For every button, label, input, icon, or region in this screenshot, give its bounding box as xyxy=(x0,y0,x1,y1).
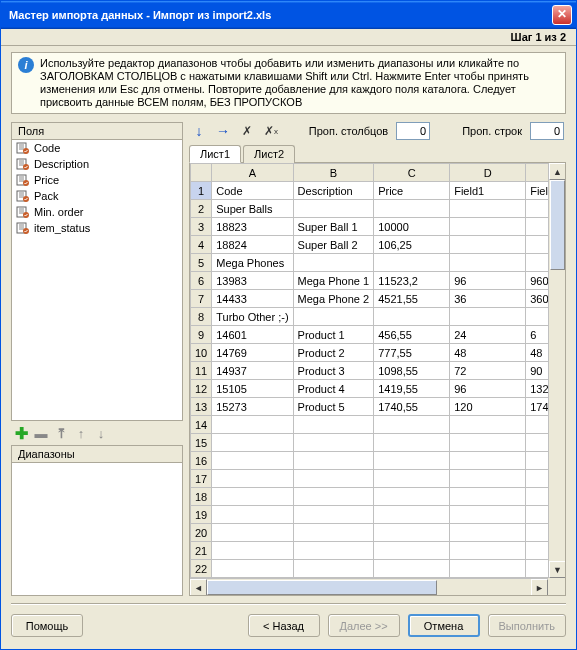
grid-cell[interactable] xyxy=(374,488,450,506)
grid-cell[interactable] xyxy=(212,434,293,452)
grid-cell[interactable] xyxy=(293,434,374,452)
row-header[interactable]: 3 xyxy=(191,218,212,236)
grid-cell[interactable]: 72 xyxy=(450,362,526,380)
grid-cell[interactable]: 777,55 xyxy=(374,344,450,362)
grid-cell[interactable]: 106,25 xyxy=(374,236,450,254)
cancel-button[interactable]: Отмена xyxy=(408,614,480,637)
grid-cell[interactable]: 48 xyxy=(526,344,548,362)
row-header[interactable]: 10 xyxy=(191,344,212,362)
sheet-tab[interactable]: Лист2 xyxy=(243,145,295,163)
grid-cell[interactable]: 456,55 xyxy=(374,326,450,344)
row-header[interactable]: 1 xyxy=(191,182,212,200)
grid-cell[interactable]: Product 1 xyxy=(293,326,374,344)
arrow-right-icon[interactable]: → xyxy=(215,123,231,139)
scroll-right-icon[interactable]: ► xyxy=(531,579,548,596)
row-header[interactable]: 15 xyxy=(191,434,212,452)
scroll-thumb[interactable] xyxy=(550,180,565,270)
grid-cell[interactable] xyxy=(293,200,374,218)
grid-cell[interactable]: 18823 xyxy=(212,218,293,236)
scroll-up-icon[interactable]: ▲ xyxy=(549,163,566,180)
grid-cell[interactable] xyxy=(212,470,293,488)
row-header[interactable]: 17 xyxy=(191,470,212,488)
grid-cell[interactable]: 360 xyxy=(526,290,548,308)
grid-cell[interactable]: 24 xyxy=(450,326,526,344)
column-header[interactable]: A xyxy=(212,164,293,182)
grid-cell[interactable]: Product 3 xyxy=(293,362,374,380)
grid-cell[interactable] xyxy=(374,254,450,272)
field-item[interactable]: Pack xyxy=(12,188,182,204)
sheet-tab[interactable]: Лист1 xyxy=(189,145,241,163)
clear-col-icon[interactable]: ✗ xyxy=(239,123,255,139)
grid-cell[interactable]: 15273 xyxy=(212,398,293,416)
grid-cell[interactable] xyxy=(450,200,526,218)
grid-cell[interactable]: 1740,55 xyxy=(374,398,450,416)
remove-icon[interactable]: ▬ xyxy=(33,425,49,441)
grid-cell[interactable] xyxy=(526,236,548,254)
ranges-list[interactable] xyxy=(12,463,182,612)
grid-cell[interactable] xyxy=(374,416,450,434)
row-header[interactable]: 21 xyxy=(191,542,212,560)
grid-cell[interactable]: 14433 xyxy=(212,290,293,308)
next-button[interactable]: Далее >> xyxy=(328,614,400,637)
grid-cell[interactable]: 1419,55 xyxy=(374,380,450,398)
data-grid[interactable]: ABCDE1CodeDescriptionPriceField1Field12S… xyxy=(190,163,548,578)
skip-rows-input[interactable] xyxy=(530,122,564,140)
grid-cell[interactable]: Product 5 xyxy=(293,398,374,416)
grid-cell[interactable] xyxy=(450,434,526,452)
skip-cols-input[interactable] xyxy=(396,122,430,140)
row-header[interactable]: 12 xyxy=(191,380,212,398)
grid-cell[interactable] xyxy=(293,452,374,470)
grid-cell[interactable] xyxy=(293,416,374,434)
back-button[interactable]: < Назад xyxy=(248,614,320,637)
grid-cell[interactable]: 6 xyxy=(526,326,548,344)
field-item[interactable]: Price xyxy=(12,172,182,188)
grid-cell[interactable] xyxy=(450,218,526,236)
grid-cell[interactable]: 11523,2 xyxy=(374,272,450,290)
grid-cell[interactable]: 132 xyxy=(526,380,548,398)
grid-cell[interactable] xyxy=(526,416,548,434)
grid-cell[interactable] xyxy=(374,524,450,542)
grid-cell[interactable] xyxy=(526,560,548,578)
grid-cell[interactable] xyxy=(293,488,374,506)
row-header[interactable]: 19 xyxy=(191,506,212,524)
grid-cell[interactable]: 174 xyxy=(526,398,548,416)
row-header[interactable]: 5 xyxy=(191,254,212,272)
grid-cell[interactable] xyxy=(526,308,548,326)
grid-cell[interactable] xyxy=(450,470,526,488)
row-header[interactable]: 14 xyxy=(191,416,212,434)
grid-cell[interactable] xyxy=(526,218,548,236)
arrow-down-icon[interactable]: ↓ xyxy=(191,123,207,139)
row-header[interactable]: 7 xyxy=(191,290,212,308)
grid-cell[interactable] xyxy=(526,254,548,272)
column-header[interactable]: B xyxy=(293,164,374,182)
grid-scroll[interactable]: ABCDE1CodeDescriptionPriceField1Field12S… xyxy=(190,163,548,578)
grid-cell[interactable] xyxy=(526,488,548,506)
grid-cell[interactable]: 120 xyxy=(450,398,526,416)
grid-cell[interactable] xyxy=(293,254,374,272)
grid-cell[interactable] xyxy=(450,542,526,560)
grid-cell[interactable]: 48 xyxy=(450,344,526,362)
grid-cell[interactable] xyxy=(374,452,450,470)
grid-cell[interactable] xyxy=(450,236,526,254)
grid-cell[interactable]: 14769 xyxy=(212,344,293,362)
clear-all-icon[interactable]: ✗x xyxy=(263,123,279,139)
grid-cell[interactable] xyxy=(450,452,526,470)
row-header[interactable]: 8 xyxy=(191,308,212,326)
move-down-icon[interactable]: ↓ xyxy=(93,425,109,441)
grid-cell[interactable] xyxy=(450,560,526,578)
grid-cell[interactable]: 96 xyxy=(450,380,526,398)
grid-cell[interactable]: Super Ball 1 xyxy=(293,218,374,236)
row-header[interactable]: 6 xyxy=(191,272,212,290)
grid-cell[interactable] xyxy=(374,308,450,326)
grid-cell[interactable]: Super Ball 2 xyxy=(293,236,374,254)
grid-cell[interactable]: 1098,55 xyxy=(374,362,450,380)
grid-cell[interactable] xyxy=(293,542,374,560)
grid-cell[interactable]: 13983 xyxy=(212,272,293,290)
grid-cell[interactable] xyxy=(526,470,548,488)
grid-cell[interactable] xyxy=(293,308,374,326)
row-header[interactable]: 13 xyxy=(191,398,212,416)
grid-cell[interactable] xyxy=(212,560,293,578)
grid-cell[interactable] xyxy=(450,506,526,524)
grid-cell[interactable] xyxy=(212,542,293,560)
add-icon[interactable]: ✚ xyxy=(13,425,29,441)
